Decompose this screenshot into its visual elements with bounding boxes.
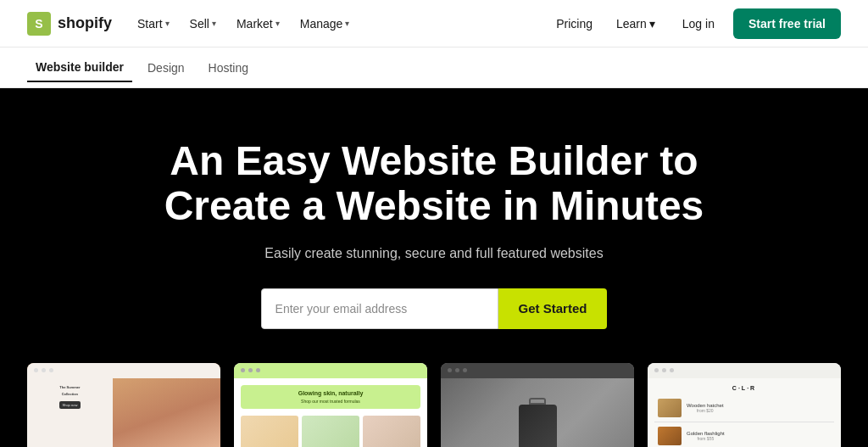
subnav-item-website-builder[interactable]: Website builder (27, 53, 132, 82)
pricing-link[interactable]: Pricing (548, 10, 601, 37)
skincare-products (241, 416, 420, 447)
thumb-content-fashion: The Summer Collection Shop now (27, 378, 220, 447)
thumb-header-fashion (27, 363, 220, 378)
store-thumbnails: The Summer Collection Shop now Glowing s… (27, 363, 841, 447)
window-dot (34, 368, 38, 372)
get-started-button[interactable]: Get Started (498, 288, 608, 329)
shopify-logo-icon: S (27, 12, 51, 36)
learn-button[interactable]: Learn ▾ (608, 10, 664, 37)
luggage-shape (519, 405, 557, 447)
window-dot (42, 368, 46, 372)
hero-section: An Easy Website Builder to Create a Webs… (0, 88, 868, 447)
chevron-down-icon: ▾ (275, 19, 280, 28)
main-navbar: S shopify Start ▾ Sell ▾ Market ▾ Manage… (0, 0, 868, 47)
start-free-trial-button[interactable]: Start free trial (733, 8, 841, 39)
chevron-down-icon: ▾ (345, 19, 349, 28)
hatchet-image (658, 399, 682, 417)
skincare-product-3 (363, 416, 420, 447)
thumb-content-skincare: Glowing skin, naturally Shop our most tr… (234, 378, 427, 447)
hero-subtitle: Easily create stunning, secure and full … (264, 246, 603, 261)
nav-item-sell[interactable]: Sell ▾ (181, 10, 225, 37)
nav-item-start[interactable]: Start ▾ (129, 10, 178, 37)
hatchet-details: Wooden hatchet from $20 (687, 403, 724, 413)
chevron-down-icon: ▾ (212, 19, 216, 28)
window-dot (49, 368, 53, 372)
logo[interactable]: S shopify (27, 12, 112, 36)
window-dot (463, 368, 467, 372)
thumb-header-hardware (648, 363, 841, 378)
thumbnail-skincare: Glowing skin, naturally Shop our most tr… (234, 363, 427, 447)
subnav-item-hosting[interactable]: Hosting (200, 54, 257, 81)
thumb-fashion-text: The Summer Collection Shop now (27, 378, 113, 447)
window-dot (241, 368, 245, 372)
logo-letter: S (35, 17, 42, 31)
brand-name: shopify (58, 14, 112, 32)
window-dot (256, 368, 260, 372)
chevron-down-icon: ▾ (165, 19, 170, 28)
thumb-luggage-image (441, 378, 634, 447)
window-dot (654, 368, 659, 372)
login-button[interactable]: Log in (670, 10, 726, 37)
thumbnail-luggage (441, 363, 634, 447)
flashlight-details: Golden flashlight from $55 (687, 431, 725, 441)
thumbnail-fashion: The Summer Collection Shop now (27, 363, 220, 447)
hardware-brand: C·L·R (654, 385, 834, 391)
window-dot (662, 368, 666, 372)
thumbnail-hardware: C·L·R Wooden hatchet from $20 Golden fla… (648, 363, 841, 447)
hardware-item-flashlight: Golden flashlight from $55 (654, 422, 834, 447)
window-dot (670, 368, 674, 372)
skincare-product-1 (241, 416, 298, 447)
subnav-item-design[interactable]: Design (139, 54, 193, 81)
nav-right: Pricing Learn ▾ Log in Start free trial (548, 8, 841, 39)
thumb-content-hardware: C·L·R Wooden hatchet from $20 Golden fla… (648, 378, 841, 447)
nav-item-market[interactable]: Market ▾ (228, 10, 288, 37)
flashlight-image (658, 427, 682, 445)
thumb-header-skincare (234, 363, 427, 378)
thumb-header-luggage (441, 363, 634, 378)
luggage-handle (529, 398, 546, 405)
nav-left: S shopify Start ▾ Sell ▾ Market ▾ Manage… (27, 10, 358, 37)
window-dot (248, 368, 253, 372)
window-dot (455, 368, 459, 372)
skincare-product-2 (302, 416, 359, 447)
hero-cta-form: Get Started (261, 288, 608, 329)
sub-navbar: Website builder Design Hosting (0, 47, 868, 88)
nav-item-manage[interactable]: Manage ▾ (292, 10, 359, 37)
window-dot (448, 368, 452, 372)
chevron-down-icon: ▾ (649, 17, 655, 31)
email-input[interactable] (261, 288, 498, 329)
hero-title: An Easy Website Builder to Create a Webs… (164, 139, 704, 229)
thumb-fashion-image (113, 378, 220, 447)
skincare-banner: Glowing skin, naturally Shop our most tr… (241, 385, 420, 409)
hardware-item-hatchet: Wooden hatchet from $20 (654, 394, 834, 422)
